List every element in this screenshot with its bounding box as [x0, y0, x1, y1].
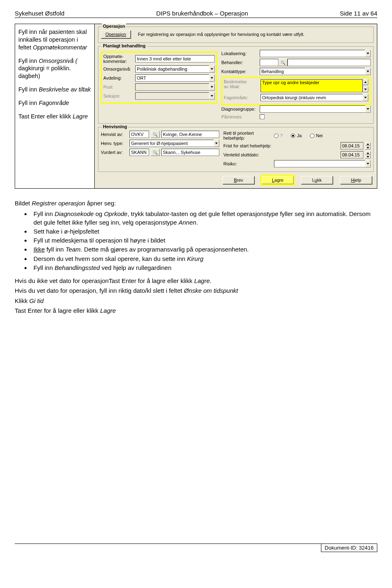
- ventetid-label: Ventetid sluttdato:: [223, 152, 272, 157]
- instr-em: Oppmøtekommentar: [33, 44, 87, 51]
- hjelp-button[interactable]: Hjelp: [340, 176, 372, 184]
- dropdown-button[interactable]: [209, 83, 215, 91]
- rett-label: Rett til prioritert helsehjelp:: [223, 131, 272, 140]
- radio-nei[interactable]: [310, 134, 314, 138]
- instr-em: Omsorgsnivå (: [39, 58, 77, 64]
- radio-q-label: ?: [280, 133, 283, 138]
- highlight-right: Beskrivelse av tiltak: Type opr og andre…: [221, 77, 371, 105]
- app-screenshot: Operasjon Operasjon Før registrering av …: [95, 24, 377, 188]
- dropdown-button[interactable]: [365, 68, 371, 75]
- instruction-column: Fyll inn når pasienten skal innkalles ti…: [15, 24, 95, 188]
- list-item: Dersom du vet hvem som skal operere, kan…: [31, 255, 377, 263]
- post-label: Post:: [103, 85, 134, 89]
- fag-label: Fagområde:: [224, 95, 259, 100]
- chevron-down-icon: [367, 71, 369, 72]
- lukk-button[interactable]: Lukk: [301, 176, 333, 184]
- vurdert-label: Vurdert av:: [101, 150, 128, 155]
- vurdert-name-input[interactable]: Skann, , Sykehuse: [161, 149, 219, 156]
- vurdert-code-input[interactable]: SKANN: [129, 149, 149, 156]
- henvtype-label: Henv. type:: [101, 141, 128, 146]
- dropdown-button[interactable]: [363, 94, 368, 101]
- operasjon-info: Før registrering av operasjon må opplysn…: [138, 32, 305, 37]
- header-left: Sykehuset Østfold: [15, 10, 65, 17]
- scroll-down-icon: [364, 89, 367, 90]
- behandler-name-input[interactable]: [287, 59, 371, 66]
- dropdown-button[interactable]: [214, 140, 219, 147]
- risiko-input[interactable]: [274, 160, 365, 167]
- ventetid-input[interactable]: 08.04.15: [341, 151, 363, 158]
- radio-ja[interactable]: [291, 134, 295, 138]
- seksjon-input: [135, 92, 209, 100]
- instr-text: Fyll inn: [18, 100, 39, 106]
- henvisning-legend: Henvisning: [102, 124, 128, 129]
- chevron-down-icon: [367, 163, 369, 165]
- oppmote-input[interactable]: Innen 3 mnd eller etter liste: [135, 55, 215, 62]
- seksjon-label: Seksjon:: [103, 94, 134, 98]
- spin-up-icon: [367, 152, 369, 154]
- henvist-name-input[interactable]: Kvinge, Ove-Kenne: [161, 131, 219, 138]
- instr-text: Fyll inn: [18, 58, 39, 64]
- list-item: Ikke fyll inn Team. Dette må gjøres av p…: [31, 245, 377, 254]
- list-item: Fyll inn Behandlingssted ved hjelp av ru…: [31, 264, 377, 272]
- henvist-code-input[interactable]: OVKV: [129, 131, 149, 138]
- instr-em: Beskrivelse av tiltak: [39, 86, 91, 93]
- t: åpner seg:: [87, 200, 116, 207]
- t: Bildet: [15, 200, 32, 207]
- operasjon-button[interactable]: Operasjon: [101, 30, 131, 38]
- fag-input[interactable]: Ortopedisk kirurgi (inklusiv revm: [261, 94, 363, 101]
- kontakt-input[interactable]: Behandling: [260, 68, 365, 75]
- brev-button[interactable]: Brev: [223, 176, 254, 184]
- instr-text: Fyll inn: [18, 86, 39, 93]
- paminnes-label: Påminnes:: [221, 114, 258, 119]
- search-binoculars-icon[interactable]: 🔍: [151, 131, 160, 138]
- planlagt-legend: Planlagt behandling: [102, 43, 147, 48]
- frist-input[interactable]: 08.04.15: [341, 142, 363, 149]
- chevron-down-icon: [211, 77, 213, 79]
- t: Registrer operasjon: [32, 200, 85, 207]
- behandler-label: Behandler:: [221, 60, 258, 65]
- document-id: Dokument-ID: 32416: [321, 544, 377, 552]
- paminnes-checkbox[interactable]: [260, 114, 265, 119]
- radio-q[interactable]: [274, 134, 278, 138]
- beskrivelse-label: Beskrivelse av tiltak:: [224, 79, 259, 89]
- diag-input[interactable]: [260, 105, 365, 113]
- search-binoculars-icon[interactable]: 🔍: [151, 149, 160, 156]
- risiko-label: Risiko:: [223, 161, 272, 166]
- spin-down-icon: [367, 156, 369, 158]
- avdeling-label: Avdeling:: [103, 76, 134, 80]
- beskrivelse-textarea[interactable]: Type opr og andre beskjeder: [261, 79, 363, 92]
- kontakt-label: Kontakttype:: [221, 69, 258, 74]
- henvtype-input[interactable]: Generert for Ø-hjelpspasient: [129, 140, 214, 147]
- chevron-down-icon: [364, 97, 367, 98]
- chevron-down-icon: [367, 108, 369, 110]
- header-right: Side 11 av 64: [340, 10, 377, 17]
- date-spinner[interactable]: [365, 142, 371, 149]
- chevron-down-icon: [211, 68, 213, 70]
- dropdown-button[interactable]: [365, 160, 371, 167]
- dropdown-button[interactable]: [365, 105, 371, 113]
- henvist-label: Henvist av:: [101, 132, 128, 137]
- dropdown-button[interactable]: [209, 74, 215, 82]
- behandler-code-input[interactable]: [260, 59, 278, 66]
- omsorg-input[interactable]: Poliklinisk dagbehandling: [135, 65, 209, 73]
- date-spinner[interactable]: [365, 151, 371, 158]
- operasjon-group: Operasjon Operasjon Før registrering av …: [98, 27, 374, 43]
- avdeling-input[interactable]: ORT: [135, 74, 209, 82]
- lagre-button[interactable]: Lagre: [262, 176, 294, 184]
- omsorg-label: Omsorgsnivå:: [103, 67, 134, 71]
- instr-text: dagkirurgi = poliklin. dagbeh): [18, 65, 71, 79]
- dropdown-button[interactable]: [365, 50, 371, 57]
- lokal-input[interactable]: [260, 50, 365, 57]
- spin-down-icon: [367, 147, 369, 149]
- planlagt-group: Planlagt behandling Oppmøte- kommentar: …: [98, 46, 374, 124]
- search-binoculars-icon[interactable]: 🔍: [278, 59, 287, 66]
- chevron-down-icon: [211, 86, 213, 88]
- scrollbar[interactable]: [363, 79, 368, 92]
- dropdown-button[interactable]: [209, 65, 215, 73]
- dropdown-button[interactable]: [209, 92, 215, 100]
- instr-em: Lagre: [73, 113, 88, 120]
- spin-up-icon: [367, 143, 369, 145]
- instr-text: Tast Enter eller klikk: [18, 113, 73, 120]
- list-item: Fyll ut meldeskjema til operasjon til hø…: [31, 236, 377, 245]
- radio-nei-label: Nei: [316, 133, 323, 138]
